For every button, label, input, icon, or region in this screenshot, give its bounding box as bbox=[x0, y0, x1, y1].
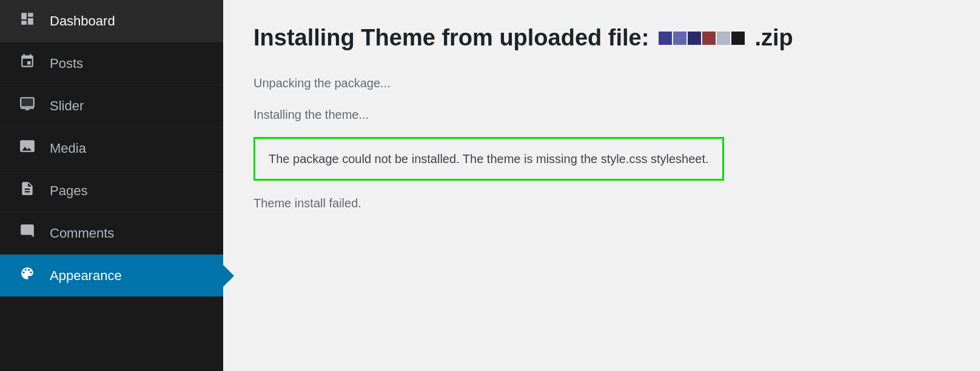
slider-icon bbox=[17, 96, 38, 116]
pages-icon bbox=[17, 181, 38, 201]
mosaic-block-6 bbox=[731, 32, 745, 45]
svg-rect-1 bbox=[21, 98, 34, 107]
sidebar-item-dashboard-label: Dashboard bbox=[50, 13, 115, 29]
sidebar-item-dashboard[interactable]: Dashboard bbox=[0, 0, 223, 42]
sidebar-item-slider-label: Slider bbox=[50, 98, 84, 114]
mosaic-block-5 bbox=[717, 32, 730, 45]
main-content: Installing Theme from uploaded file: .zi… bbox=[223, 0, 980, 371]
sidebar-item-appearance-label: Appearance bbox=[50, 268, 122, 284]
fail-message: Theme install failed. bbox=[253, 196, 950, 210]
media-icon bbox=[17, 138, 38, 158]
dashboard-icon bbox=[17, 11, 38, 31]
title-suffix: .zip bbox=[754, 24, 793, 52]
sidebar-item-comments[interactable]: Comments bbox=[0, 212, 223, 255]
error-box: The package could not be installed. The … bbox=[253, 137, 724, 181]
sidebar-item-pages-label: Pages bbox=[50, 183, 87, 199]
sidebar-item-pages[interactable]: Pages bbox=[0, 170, 223, 212]
sidebar-item-comments-label: Comments bbox=[50, 226, 114, 241]
error-message: The package could not be installed. The … bbox=[269, 150, 709, 168]
mosaic-block-2 bbox=[673, 32, 686, 45]
filename-mosaic bbox=[659, 32, 745, 45]
appearance-icon bbox=[17, 266, 38, 286]
step2-status: Installing the theme... bbox=[253, 105, 950, 124]
sidebar-item-media[interactable]: Media bbox=[0, 127, 223, 170]
sidebar-item-slider[interactable]: Slider bbox=[0, 85, 223, 127]
comments-icon bbox=[17, 223, 38, 243]
sidebar-item-posts[interactable]: Posts bbox=[0, 42, 223, 85]
sidebar-item-media-label: Media bbox=[50, 141, 86, 156]
svg-point-4 bbox=[24, 143, 26, 145]
posts-icon bbox=[17, 53, 38, 73]
mosaic-block-4 bbox=[702, 32, 716, 45]
sidebar-item-posts-label: Posts bbox=[50, 56, 83, 72]
mosaic-block-3 bbox=[688, 32, 701, 45]
page-title: Installing Theme from uploaded file: .zi… bbox=[253, 24, 950, 52]
sidebar: Dashboard Posts Slider bbox=[0, 0, 223, 371]
mosaic-block-1 bbox=[659, 32, 672, 45]
sidebar-item-appearance[interactable]: Appearance bbox=[0, 255, 223, 297]
title-prefix: Installing Theme from uploaded file: bbox=[253, 24, 649, 52]
step1-status: Unpacking the package... bbox=[253, 74, 950, 92]
active-arrow bbox=[223, 265, 234, 287]
